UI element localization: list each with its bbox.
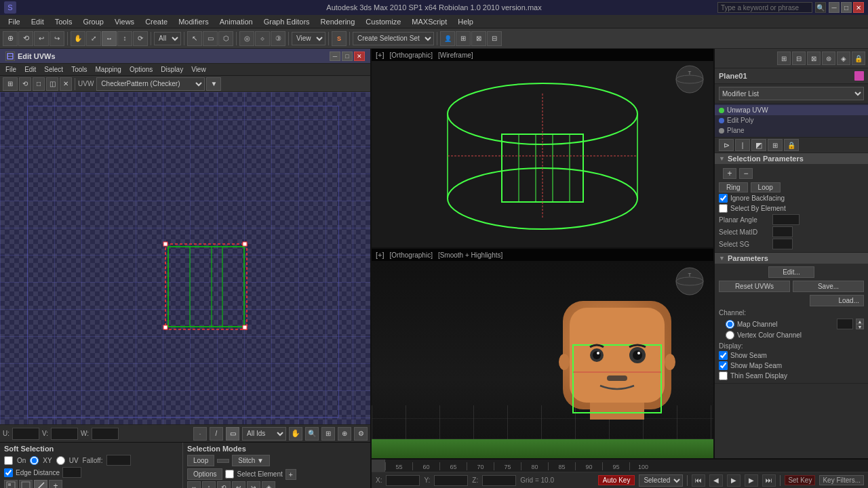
- toolbar-btn-14[interactable]: ⊞: [456, 31, 471, 46]
- prop-icon4[interactable]: ⊛: [822, 52, 835, 65]
- menu-help[interactable]: Help: [452, 16, 479, 27]
- v-value-input[interactable]: [51, 428, 78, 440]
- auto-key-btn[interactable]: Auto Key: [598, 475, 635, 485]
- view-dropdown[interactable]: View: [292, 32, 326, 45]
- uv-minimize-btn[interactable]: ─: [330, 52, 340, 61]
- menu-animation[interactable]: Animation: [214, 16, 258, 27]
- mod-nav-1[interactable]: ⊳: [719, 139, 734, 151]
- close-btn[interactable]: ✕: [853, 2, 864, 13]
- go-end-btn[interactable]: ⏭: [762, 474, 776, 487]
- go-start-btn[interactable]: ⏮: [692, 474, 705, 487]
- maximize-btn[interactable]: □: [841, 2, 852, 13]
- select-vertex-btn[interactable]: ·: [193, 427, 207, 441]
- toolbar-btn-9[interactable]: ⟳: [133, 31, 148, 46]
- timeline-ruler[interactable]: 55 60 65 70 75 80 85 90 95 100: [372, 460, 868, 472]
- vp-top-plus[interactable]: [+]: [376, 51, 384, 59]
- modifier-item-unwrap[interactable]: Unwrap UVW: [715, 105, 868, 115]
- collapse-icon-params[interactable]: ▼: [719, 255, 725, 262]
- map-channel-value-input[interactable]: 1: [837, 319, 853, 329]
- uv-tb-checker[interactable]: ⊞: [3, 77, 18, 91]
- uv-options-btn[interactable]: ⚙: [354, 427, 368, 441]
- toolbar-select-by-name[interactable]: 👤: [440, 31, 455, 46]
- mod-nav-5[interactable]: 🔒: [784, 139, 799, 151]
- toolbar-btn-16[interactable]: ⊟: [487, 31, 502, 46]
- modifier-item-plane[interactable]: Plane: [715, 125, 868, 136]
- uv-close-btn[interactable]: ✕: [354, 52, 365, 61]
- reset-uvws-btn[interactable]: Reset UVWs: [719, 281, 790, 292]
- prop-icon3[interactable]: ⊠: [807, 52, 821, 65]
- stitch-btn[interactable]: Stitch ▼: [232, 455, 270, 466]
- next-frame-btn[interactable]: ▶: [745, 474, 758, 487]
- toolbar-select-btn[interactable]: ↖: [187, 31, 202, 46]
- soft-sel-uv-radio[interactable]: [56, 456, 65, 465]
- select-matid-input[interactable]: 1: [772, 226, 793, 237]
- color-swatch[interactable]: [854, 71, 864, 81]
- uv-menu-view[interactable]: View: [187, 65, 210, 74]
- uv-zoom-btn[interactable]: 🔍: [305, 427, 319, 441]
- sel-mode-btn4[interactable]: ↩: [232, 481, 245, 488]
- show-seam-cb[interactable]: [719, 351, 728, 360]
- toolbar-btn-8[interactable]: ↕: [117, 31, 132, 46]
- menu-group[interactable]: Group: [77, 16, 109, 27]
- toolbar-btn-6[interactable]: ⤢: [86, 31, 101, 46]
- select-poly-btn[interactable]: ▭: [226, 427, 239, 441]
- uv-snap-btn[interactable]: ⊕: [338, 427, 351, 441]
- toolbar-btn-5[interactable]: ✋: [71, 31, 85, 46]
- menu-customize[interactable]: Customize: [360, 16, 406, 27]
- minimize-btn[interactable]: ─: [829, 2, 840, 13]
- modifier-item-editpoly[interactable]: Edit Poly: [715, 115, 868, 125]
- menu-rendering[interactable]: Rendering: [315, 16, 361, 27]
- mod-nav-3[interactable]: ◩: [751, 139, 766, 151]
- menu-file[interactable]: File: [3, 16, 26, 27]
- planar-angle-input[interactable]: 15.0: [772, 214, 800, 225]
- vp-top-mode-label[interactable]: [Wireframe]: [438, 52, 473, 59]
- viewport-bottom[interactable]: [+] [Orthographic] [Smooth + Highlights]: [372, 249, 713, 458]
- toolbar-btn-2[interactable]: ⟲: [18, 31, 33, 46]
- select-element-checkbox[interactable]: [225, 470, 234, 479]
- uv-menu-select[interactable]: Select: [40, 65, 67, 74]
- search-icon[interactable]: 🔍: [815, 2, 826, 13]
- w-value-input[interactable]: 0.0: [92, 428, 119, 440]
- toolbar-region-btn[interactable]: ▭: [203, 31, 218, 46]
- texture-pick-btn[interactable]: ▼: [206, 77, 221, 91]
- map-channel-radio[interactable]: [726, 320, 734, 329]
- options-btn-sel[interactable]: Options: [187, 468, 222, 480]
- toolbar-btn-4[interactable]: ↪: [50, 31, 64, 46]
- uv-tb-btn2[interactable]: ◫: [46, 77, 58, 91]
- menu-views[interactable]: Views: [109, 16, 140, 27]
- toolbar-btn-15[interactable]: ⊠: [471, 31, 486, 46]
- minus-btn-sel[interactable]: −: [739, 168, 753, 179]
- uv-menu-tools[interactable]: Tools: [67, 65, 91, 74]
- uv-menu-options[interactable]: Options: [125, 65, 157, 74]
- toolbar-btn-11[interactable]: ◎: [239, 31, 254, 46]
- play-btn[interactable]: ▶: [727, 474, 741, 487]
- edge-distance-input[interactable]: 16: [62, 467, 81, 478]
- uv-pan-btn[interactable]: ✋: [289, 427, 302, 441]
- soft-sel-btn2[interactable]: [19, 480, 33, 488]
- loop-btn-props[interactable]: Loop: [751, 182, 781, 192]
- toolbar-btn-3[interactable]: ↩: [34, 31, 49, 46]
- map-ch-spinup[interactable]: ▲ ▼: [856, 319, 864, 329]
- ignore-backfacing-cb[interactable]: [719, 194, 728, 203]
- sel-mode-btn1[interactable]: ↔: [187, 481, 201, 488]
- uv-tb-btn1[interactable]: □: [33, 77, 45, 91]
- prop-icon1[interactable]: ⊞: [777, 52, 791, 65]
- toolbar-btn-7[interactable]: ↔: [102, 31, 117, 46]
- soft-sel-btn3[interactable]: [34, 480, 47, 488]
- sel-mode-btn5[interactable]: ↪: [247, 481, 260, 488]
- mod-nav-2[interactable]: |: [735, 139, 750, 151]
- toolbar-btn-10[interactable]: ⬡: [218, 31, 233, 46]
- menu-edit[interactable]: Edit: [26, 16, 50, 27]
- soft-sel-xy-radio[interactable]: [30, 456, 39, 465]
- ring-btn-sel[interactable]: [217, 459, 229, 463]
- x-coord-input[interactable]: [386, 475, 420, 486]
- u-value-input[interactable]: [12, 428, 39, 440]
- vp-bot-plus[interactable]: [+]: [376, 251, 384, 259]
- toolbar-btn-12[interactable]: ⟐: [255, 31, 270, 46]
- menu-create[interactable]: Create: [140, 16, 173, 27]
- falloff-value-input[interactable]: 25.0: [106, 455, 131, 466]
- ids-dropdown[interactable]: All Ids: [242, 427, 286, 441]
- modifier-list-dropdown[interactable]: Modifier List: [719, 87, 864, 100]
- vertex-color-radio[interactable]: [726, 331, 734, 340]
- uv-menu-file[interactable]: File: [1, 65, 20, 74]
